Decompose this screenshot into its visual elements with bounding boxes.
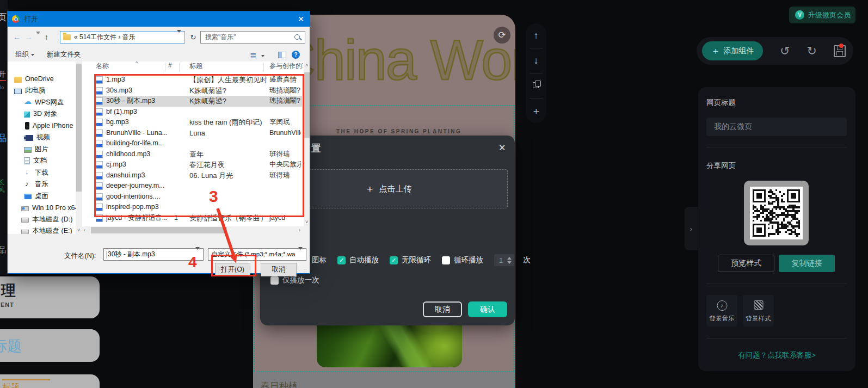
list-horizontal-scrollbar[interactable]: ‹ ›	[82, 226, 304, 234]
sidebar-item[interactable]: 文档	[24, 156, 47, 167]
scroll-right-icon[interactable]: ›	[299, 227, 300, 233]
background-style-button[interactable]: 背景样式	[743, 295, 774, 327]
preview-pane-icon[interactable]	[278, 52, 286, 58]
drive-icon	[21, 218, 29, 223]
add-component-button[interactable]: ＋ 添加组件	[702, 41, 763, 60]
duplicate-icon[interactable]	[533, 81, 540, 91]
column-header-artist[interactable]: 参与创作的艺	[269, 61, 303, 73]
sidebar-item[interactable]: 此电脑	[14, 85, 46, 96]
redo-icon[interactable]: ↻	[807, 45, 816, 57]
breadcrumb[interactable]: « 514工作文件 › 音乐	[60, 31, 185, 44]
file-row[interactable]: jaycd - 安静舒适音...1安静舒适音乐（钢琴曲）jaycd	[94, 213, 302, 224]
list-vertical-scrollbar[interactable]: ˄ ˅	[304, 61, 310, 234]
file-row[interactable]: good-intentions....	[94, 192, 302, 202]
settings-panel: 网页标题 我的云微页 分享网页 预览样式 复制链接 ♪ 背景音乐 背景样式 有问…	[698, 87, 855, 371]
sidebar-item[interactable]: 桌面	[24, 190, 48, 201]
canvas-heading[interactable]: China World	[275, 28, 515, 93]
command-bar: 组织 新建文件夹 ≣ ?	[8, 48, 310, 62]
confirm-button[interactable]: 确认	[468, 301, 507, 317]
sidebar-scroll-down-icon[interactable]: ˅	[77, 227, 80, 233]
close-icon[interactable]: ✕	[298, 15, 304, 23]
filetype-dropdown-icon[interactable]	[298, 250, 303, 260]
sidebar-item[interactable]: 图片	[24, 144, 48, 155]
scroll-left-icon[interactable]: ‹	[84, 227, 85, 233]
sidebar-item[interactable]: 下载	[24, 167, 48, 178]
column-header-title[interactable]: 标题	[189, 61, 202, 73]
up-icon[interactable]: ↑	[45, 33, 48, 41]
pc-icon	[14, 89, 22, 94]
upgrade-membership-button[interactable]: V 升级微页会员	[789, 7, 855, 23]
column-header-name[interactable]: 名称	[96, 61, 109, 73]
option-checkbox[interactable]: ✓	[390, 256, 398, 264]
background-music-button[interactable]: ♪ 背景音乐	[706, 295, 737, 327]
sidebar-item[interactable]: Win 10 Pro x64	[21, 202, 78, 213]
file-row[interactable]: danshui.mp306. Luna 月光班得瑞	[94, 170, 302, 181]
file-row[interactable]: bf (1).mp3	[94, 107, 302, 118]
preview-style-button[interactable]: 预览样式	[718, 255, 774, 272]
file-row[interactable]: 30秒 - 副本.mp3K姝屼菊鍙?璁搞瀳闂?	[94, 96, 302, 107]
breadcrumb-dropdown-icon[interactable]	[177, 33, 181, 42]
file-row[interactable]: BrunuhVille - Luna...LunaBrunuhVille	[94, 128, 302, 139]
file-row[interactable]: inspired-pop.mp3	[94, 202, 302, 213]
qr-code[interactable]	[750, 187, 803, 239]
file-row[interactable]: building-for-life.m...	[94, 138, 302, 149]
sidebar-item[interactable]: 本地磁盘 (E:)	[21, 226, 72, 235]
file-row[interactable]: 1.mp3【原创】人生最美初见时...盛唐真情	[94, 75, 302, 85]
file-row[interactable]: deeper-journey.m...	[94, 181, 302, 192]
sidebar-scrollbar[interactable]	[76, 61, 82, 234]
option-checkbox[interactable]	[442, 256, 450, 264]
sidebar-item[interactable]: 音乐	[24, 179, 48, 190]
file-row[interactable]: childhood.mp3童年班得瑞	[94, 149, 302, 160]
option-checkbox[interactable]: ✓	[337, 256, 346, 264]
column-header-number[interactable]: #	[168, 61, 172, 73]
component-tile-2[interactable]: 标题	[0, 329, 100, 362]
canvas-tagline[interactable]: THE HOPE OF SPRING PLANTING	[336, 128, 461, 134]
sidebar-item[interactable]: Apple iPhone	[24, 120, 73, 131]
search-input[interactable]: 搜索"音乐"	[200, 31, 305, 44]
cancel-button[interactable]: 取消	[261, 263, 297, 276]
sidebar-item[interactable]: WPS网盘	[24, 97, 64, 108]
organize-menu[interactable]: 组织	[15, 50, 34, 59]
contact-support-link[interactable]: 有问题？点我联系客服>	[698, 350, 855, 360]
file-row[interactable]: cj.mp3春江花月夜中央民族乐	[94, 159, 302, 170]
back-icon[interactable]: ←	[13, 33, 21, 41]
scroll-up-icon[interactable]: ˄	[305, 63, 308, 68]
play-once-row: 仅播放一次	[270, 275, 319, 285]
sidebar-item-label: 文档	[33, 156, 47, 165]
sidebar-item[interactable]: 视频	[24, 132, 50, 143]
sidebar-item[interactable]: OneDrive	[14, 73, 54, 84]
refresh-icon[interactable]: ↻	[187, 31, 199, 44]
filetype-select[interactable]: 自定义文件 (*.mp3;*.m4a;*.wa	[208, 248, 306, 261]
new-folder-button[interactable]: 新建文件夹	[47, 50, 81, 59]
forward-icon[interactable]: →	[25, 33, 33, 41]
copy-link-button[interactable]: 复制链接	[779, 255, 835, 272]
close-icon[interactable]: ✕	[498, 143, 506, 153]
search-icon[interactable]	[294, 34, 301, 41]
page-title-input[interactable]: 我的云微页	[706, 118, 847, 136]
cancel-button[interactable]: 取消	[423, 301, 462, 317]
open-button[interactable]: 打开(O)	[215, 263, 250, 276]
loop-count-stepper[interactable]: 1	[494, 254, 514, 266]
move-up-icon[interactable]: ↑	[534, 30, 539, 41]
help-icon[interactable]: ?	[292, 51, 300, 59]
file-row[interactable]: bg.mp3kiss the rain (雨的印记)李闰珉	[94, 117, 302, 128]
move-down-icon[interactable]: ↓	[534, 55, 539, 66]
panel-collapse-handle[interactable]: ›	[685, 207, 698, 250]
file-row[interactable]: 30s.mp3K姝屼菊鍙?璁搞瀳闂?	[94, 85, 302, 96]
filename-input[interactable]: 30秒 - 副本.mp3	[103, 248, 204, 261]
scroll-down-icon[interactable]: ˅	[305, 219, 308, 225]
view-mode-icon[interactable]: ≣	[250, 51, 264, 60]
dialog-titlebar[interactable]: 打开 ✕	[8, 11, 310, 27]
resize-grip[interactable]: .. ..	[304, 268, 308, 272]
add-section-icon[interactable]: ＋	[531, 106, 541, 116]
undo-icon[interactable]: ↺	[780, 45, 790, 57]
sidebar-item[interactable]: 3D 对象	[24, 109, 57, 120]
history-dropdown-icon[interactable]	[36, 34, 40, 43]
music-disc-icon[interactable]: ⟳	[494, 27, 510, 44]
component-tile-3[interactable]: 标题	[0, 374, 100, 388]
filename-dropdown-icon[interactable]	[195, 250, 200, 260]
play-once-checkbox[interactable]	[270, 276, 279, 285]
sidebar-item[interactable]: 本地磁盘 (D:)	[21, 214, 72, 225]
component-tile-1[interactable]: 理 ENT	[0, 276, 100, 318]
canvas-next-section[interactable]: 春日种植	[254, 372, 514, 388]
